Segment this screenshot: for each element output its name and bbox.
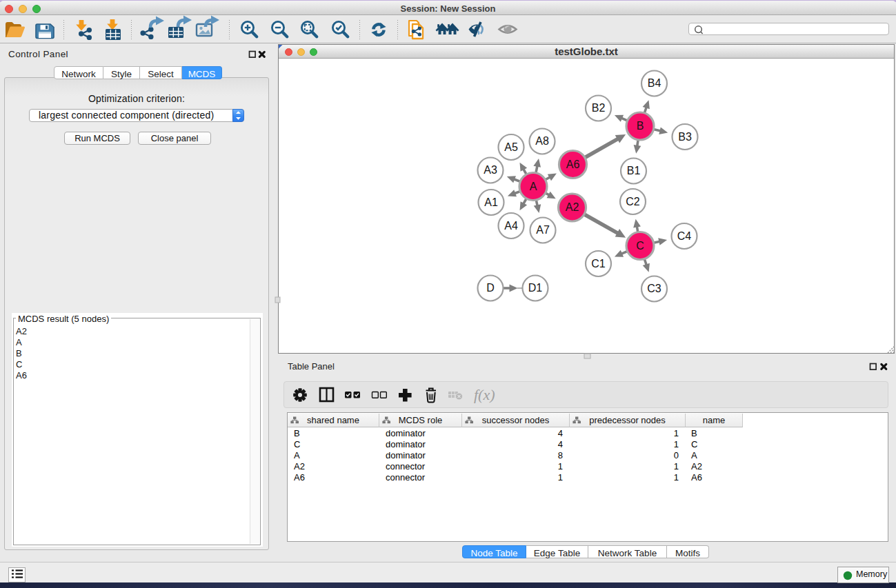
svg-text:C4: C4 xyxy=(677,230,692,242)
svg-text:A1: A1 xyxy=(484,196,498,208)
svg-text:A4: A4 xyxy=(504,220,518,232)
svg-text:B2: B2 xyxy=(592,102,606,114)
svg-text:A: A xyxy=(530,181,537,192)
svg-text:A2: A2 xyxy=(566,201,579,213)
svg-text:C2: C2 xyxy=(626,196,640,207)
svg-text:D: D xyxy=(486,282,495,294)
svg-text:D1: D1 xyxy=(528,282,543,294)
svg-text:B3: B3 xyxy=(678,131,692,143)
svg-text:C: C xyxy=(636,240,644,252)
svg-text:C3: C3 xyxy=(647,283,661,294)
svg-text:C1: C1 xyxy=(591,258,606,270)
svg-text:A7: A7 xyxy=(536,224,550,236)
svg-text:A6: A6 xyxy=(566,159,580,170)
svg-text:A5: A5 xyxy=(504,141,518,153)
svg-text:A8: A8 xyxy=(535,135,549,147)
svg-text:B4: B4 xyxy=(648,77,661,89)
svg-text:B: B xyxy=(637,120,644,132)
svg-text:B1: B1 xyxy=(627,165,641,176)
svg-text:f(x): f(x) xyxy=(474,386,495,403)
svg-text:A3: A3 xyxy=(484,164,497,176)
